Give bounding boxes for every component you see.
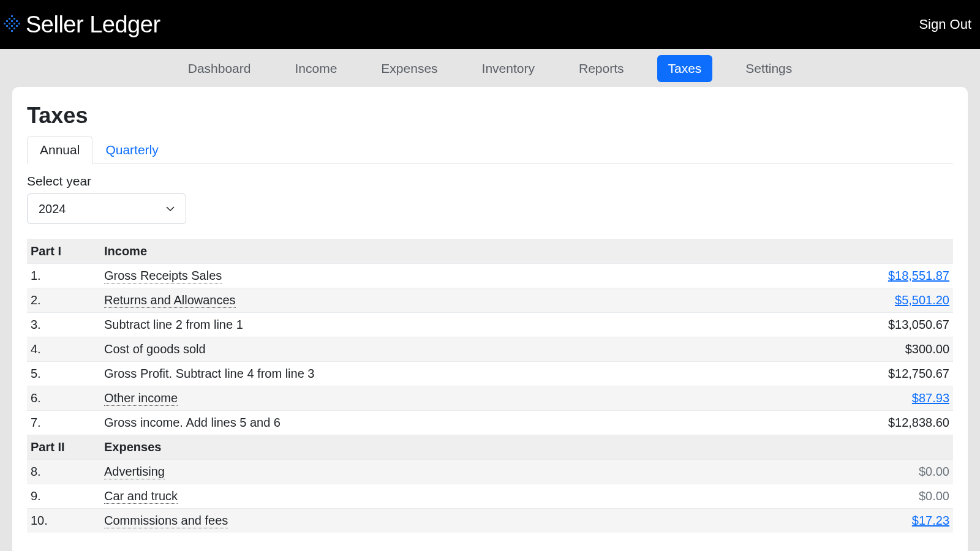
row-desc[interactable]: Returns and Allowances xyxy=(104,293,236,308)
row-number: 6. xyxy=(27,386,100,411)
tab-annual[interactable]: Annual xyxy=(27,136,92,164)
table-row: 1.Gross Receipts Sales$18,551.87 xyxy=(27,264,953,288)
table-row: 9.Car and truck$0.00 xyxy=(27,484,953,509)
tax-period-tabs: Annual Quarterly xyxy=(27,136,953,164)
row-amount[interactable]: $18,551.87 xyxy=(888,269,949,282)
row-number: 7. xyxy=(27,411,100,435)
year-label: Select year xyxy=(27,174,953,189)
section-heading: Income xyxy=(100,239,831,264)
main-nav: Dashboard Income Expenses Inventory Repo… xyxy=(0,49,980,87)
nav-reports[interactable]: Reports xyxy=(568,55,635,82)
tab-quarterly[interactable]: Quarterly xyxy=(92,136,171,164)
nav-settings[interactable]: Settings xyxy=(734,55,803,82)
brand[interactable]: Seller Ledger xyxy=(4,12,160,38)
row-number: 4. xyxy=(27,337,100,362)
page-title: Taxes xyxy=(27,103,953,129)
row-number: 1. xyxy=(27,264,100,288)
row-amount[interactable]: $5,501.20 xyxy=(895,293,949,307)
row-number: 9. xyxy=(27,484,100,509)
row-number: 5. xyxy=(27,362,100,386)
table-row: 4.Cost of goods sold$300.00 xyxy=(27,337,953,362)
year-select[interactable]: 2024 xyxy=(27,193,186,224)
row-desc[interactable]: Advertising xyxy=(104,465,165,479)
row-amount: $0.00 xyxy=(919,465,949,478)
row-amount[interactable]: $87.93 xyxy=(912,391,949,405)
section-heading: Expenses xyxy=(100,435,831,460)
table-row: 2.Returns and Allowances$5,501.20 xyxy=(27,288,953,313)
row-number: 10. xyxy=(27,509,100,533)
section-part: Part I xyxy=(27,239,100,264)
table-row: 10.Commissions and fees$17.23 xyxy=(27,509,953,533)
section-header: Part IIncome xyxy=(27,239,953,264)
row-amount: $300.00 xyxy=(905,342,949,356)
nav-expenses[interactable]: Expenses xyxy=(370,55,448,82)
nav-taxes[interactable]: Taxes xyxy=(657,55,713,82)
table-row: 5.Gross Profit. Subtract line 4 from lin… xyxy=(27,362,953,386)
row-desc: Gross Profit. Subtract line 4 from line … xyxy=(104,367,314,380)
row-desc: Cost of goods sold xyxy=(104,342,206,356)
nav-income[interactable]: Income xyxy=(284,55,348,82)
row-desc: Gross income. Add lines 5 and 6 xyxy=(104,416,281,429)
row-number: 3. xyxy=(27,313,100,337)
row-desc[interactable]: Commissions and fees xyxy=(104,514,228,528)
nav-inventory[interactable]: Inventory xyxy=(471,55,546,82)
topbar: Seller Ledger Sign Out xyxy=(0,0,980,49)
row-amount: $12,750.67 xyxy=(888,367,949,380)
row-number: 8. xyxy=(27,460,100,484)
row-amount[interactable]: $17.23 xyxy=(912,514,949,527)
row-desc[interactable]: Gross Receipts Sales xyxy=(104,269,222,283)
row-desc[interactable]: Other income xyxy=(104,391,178,406)
nav-dashboard[interactable]: Dashboard xyxy=(177,55,262,82)
year-select-value: 2024 xyxy=(39,202,66,216)
row-desc: Subtract line 2 from line 1 xyxy=(104,318,243,331)
row-desc[interactable]: Car and truck xyxy=(104,489,178,504)
row-number: 2. xyxy=(27,288,100,313)
content-card: Taxes Annual Quarterly Select year 2024 … xyxy=(12,87,968,551)
row-amount: $12,838.60 xyxy=(888,416,949,429)
signout-link[interactable]: Sign Out xyxy=(919,17,974,32)
tax-table: Part IIncome1.Gross Receipts Sales$18,55… xyxy=(27,239,953,533)
row-amount: $0.00 xyxy=(919,489,949,503)
brand-logo-icon xyxy=(4,15,21,34)
brand-title: Seller Ledger xyxy=(26,12,160,38)
table-row: 3.Subtract line 2 from line 1$13,050.67 xyxy=(27,313,953,337)
table-row: 6.Other income$87.93 xyxy=(27,386,953,411)
table-row: 8.Advertising$0.00 xyxy=(27,460,953,484)
row-amount: $13,050.67 xyxy=(888,318,949,331)
section-part: Part II xyxy=(27,435,100,460)
table-row: 7.Gross income. Add lines 5 and 6$12,838… xyxy=(27,411,953,435)
section-header: Part IIExpenses xyxy=(27,435,953,460)
